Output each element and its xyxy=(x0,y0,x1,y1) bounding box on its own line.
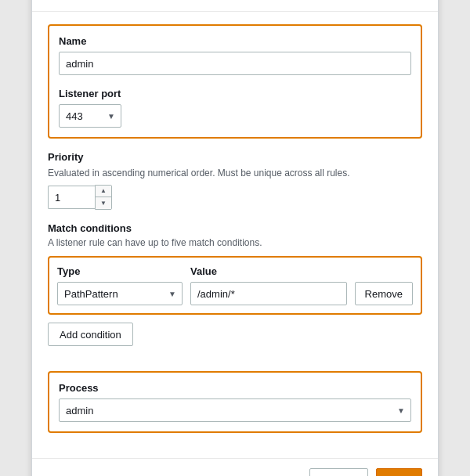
name-listener-box: Name Listener port 443 80 8080 ▼ xyxy=(48,24,422,139)
priority-description: Evaluated in ascending numerical order. … xyxy=(48,168,422,178)
priority-increment-button[interactable]: ▲ xyxy=(96,186,111,197)
condition-value-input[interactable] xyxy=(190,282,347,305)
process-section: Process admin default api ▼ xyxy=(48,371,422,433)
priority-label: Priority xyxy=(48,151,422,163)
priority-spinner: ▲ ▼ xyxy=(95,185,112,210)
match-conditions-description: A listener rule can have up to five matc… xyxy=(48,237,422,248)
match-conditions-title: Match conditions xyxy=(48,222,422,234)
condition-value-col: Value xyxy=(190,265,347,305)
remove-condition-button[interactable]: Remove xyxy=(355,282,413,305)
name-label: Name xyxy=(59,35,411,47)
process-select-wrapper: admin default api ▼ xyxy=(59,398,411,422)
listener-port-wrapper: 443 80 8080 ▼ xyxy=(59,104,121,128)
value-column-label: Value xyxy=(190,265,347,277)
match-conditions-section: Match conditions A listener rule can hav… xyxy=(48,222,422,359)
type-select-wrapper: PathPattern Host Header Method QueryStri… xyxy=(57,282,183,305)
priority-input-wrapper: ▲ ▼ xyxy=(48,185,422,210)
listener-rule-dialog: Listener rule × Name Listener port 443 xyxy=(31,0,439,476)
listener-port-select[interactable]: 443 80 8080 xyxy=(59,104,121,128)
name-input[interactable] xyxy=(59,52,411,75)
process-select[interactable]: admin default api xyxy=(59,398,411,422)
condition-row: Type PathPattern Host Header Method Quer… xyxy=(57,265,413,305)
listener-port-section: Listener port 443 80 8080 ▼ xyxy=(59,88,411,128)
condition-type-col: Type PathPattern Host Header Method Quer… xyxy=(57,265,183,305)
priority-input[interactable] xyxy=(48,186,95,209)
priority-decrement-button[interactable]: ▼ xyxy=(96,197,111,209)
priority-section: Priority Evaluated in ascending numerica… xyxy=(48,151,422,210)
type-column-label: Type xyxy=(57,265,183,277)
listener-port-label: Listener port xyxy=(59,88,411,99)
dialog-footer: Cancel Add xyxy=(32,458,438,476)
condition-row-box: Type PathPattern Host Header Method Quer… xyxy=(48,256,422,315)
add-button[interactable]: Add xyxy=(376,468,422,476)
condition-type-select[interactable]: PathPattern Host Header Method QueryStri… xyxy=(57,282,183,305)
process-label: Process xyxy=(59,382,411,394)
dialog-body: Name Listener port 443 80 8080 ▼ xyxy=(32,12,438,458)
name-section: Name xyxy=(59,35,411,75)
dialog-header: Listener rule × xyxy=(32,0,438,12)
cancel-button[interactable]: Cancel xyxy=(309,468,367,476)
add-condition-button[interactable]: Add condition xyxy=(48,323,133,346)
dialog-overlay: Listener rule × Name Listener port 443 xyxy=(0,0,470,476)
